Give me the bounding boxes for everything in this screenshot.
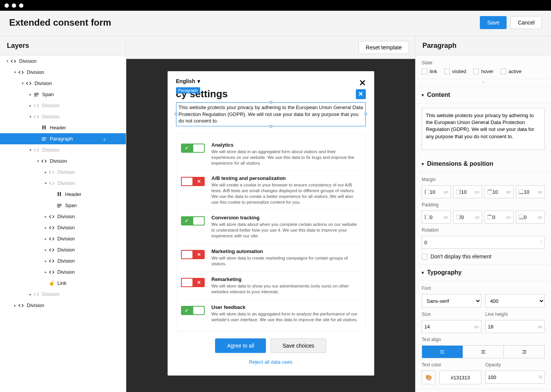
checkbox[interactable] bbox=[500, 69, 506, 74]
layer-row-division[interactable]: ▸Division bbox=[0, 222, 126, 233]
layer-row-division[interactable]: ▸Division bbox=[0, 167, 126, 178]
layer-row-division[interactable]: ▸Division bbox=[0, 233, 126, 244]
toggle-switch[interactable]: ✓ bbox=[181, 216, 205, 225]
traffic-light-minimize[interactable] bbox=[12, 3, 16, 8]
layer-row-division[interactable]: ▸Division bbox=[0, 300, 126, 311]
layer-row-division[interactable]: ▾Division bbox=[0, 111, 126, 122]
checkbox[interactable] bbox=[422, 69, 427, 74]
save-choices-button[interactable]: Save choices bbox=[271, 338, 326, 353]
traffic-light-close[interactable] bbox=[5, 3, 9, 8]
chevron-icon[interactable]: ▾ bbox=[12, 70, 18, 74]
toggle-switch[interactable]: ✓ bbox=[181, 144, 205, 153]
layer-row-division[interactable]: ▸Division bbox=[0, 255, 126, 266]
content-textarea[interactable]: This website protects your privacy by ad… bbox=[422, 108, 545, 150]
layer-row-header[interactable]: HHeader bbox=[0, 189, 126, 200]
resize-handle-left[interactable] bbox=[175, 113, 177, 115]
checkbox[interactable] bbox=[444, 69, 450, 74]
language-dropdown[interactable]: English ▾ bbox=[176, 78, 201, 84]
toggle-switch[interactable]: ✕ bbox=[181, 250, 205, 259]
toggle-switch[interactable]: ✕ bbox=[181, 278, 205, 287]
opacity-input[interactable] bbox=[488, 374, 538, 380]
state-link[interactable]: link bbox=[422, 69, 437, 74]
layer-row-span[interactable]: ▸Span bbox=[0, 89, 126, 100]
chevron-icon[interactable]: ▾ bbox=[28, 148, 33, 152]
layer-row-division[interactable]: ▾Division bbox=[0, 56, 126, 67]
collapse-states[interactable]: ⌃ bbox=[416, 79, 551, 87]
agree-all-button[interactable]: Agree to all bbox=[215, 338, 266, 353]
layer-row-division[interactable]: ▸Division bbox=[0, 289, 126, 300]
align-center-button[interactable] bbox=[463, 346, 504, 358]
text-color-input[interactable] bbox=[439, 371, 481, 384]
chevron-icon[interactable]: ▸ bbox=[43, 225, 48, 230]
toggle-switch[interactable]: ✓ bbox=[181, 306, 205, 315]
rotation-input[interactable] bbox=[424, 240, 541, 245]
chevron-icon[interactable]: ▸ bbox=[43, 214, 48, 219]
layer-row-division[interactable]: ▾Division bbox=[0, 155, 126, 167]
layer-row-link[interactable]: ☝Link bbox=[0, 278, 126, 289]
delete-element-button[interactable]: ✕ bbox=[356, 89, 366, 99]
layer-row-span[interactable]: Span bbox=[0, 200, 126, 211]
checkbox[interactable] bbox=[473, 69, 479, 74]
preview-canvas[interactable]: English ▾ ✕ Paragraph cy settings ✕ This… bbox=[168, 71, 374, 376]
selected-paragraph[interactable]: This website protects your privacy by ad… bbox=[176, 102, 366, 126]
state-hover[interactable]: hover bbox=[473, 69, 494, 74]
layer-row-header[interactable]: HHeader bbox=[0, 122, 126, 133]
layer-row-division[interactable]: ▸Division bbox=[0, 100, 126, 111]
margin-row-input[interactable] bbox=[524, 189, 538, 195]
dont-display-checkbox[interactable] bbox=[422, 254, 427, 260]
section-typography[interactable]: ▾ Typography bbox=[416, 265, 551, 281]
align-right-button[interactable] bbox=[504, 346, 544, 358]
cancel-button[interactable]: Cancel bbox=[510, 16, 542, 29]
chevron-icon[interactable]: ▸ bbox=[28, 92, 33, 96]
chevron-icon[interactable]: ▾ bbox=[20, 81, 25, 85]
color-picker-button[interactable]: 🎨 bbox=[422, 371, 435, 384]
margin-row-input[interactable] bbox=[492, 189, 506, 195]
chevron-icon[interactable]: ▸ bbox=[28, 292, 33, 296]
close-icon[interactable]: ✕ bbox=[359, 78, 366, 88]
chevron-icon[interactable]: ▸ bbox=[28, 103, 33, 108]
layers-tree[interactable]: ▾Division▾Division▾Division▸Span▸Divisio… bbox=[0, 56, 126, 392]
padding-row-input[interactable] bbox=[524, 214, 538, 220]
layer-row-division[interactable]: ▾Division bbox=[0, 78, 126, 89]
chevron-icon[interactable]: ▸ bbox=[43, 270, 48, 274]
font-family-select[interactable]: Sans-serif bbox=[422, 294, 481, 308]
chevron-icon[interactable]: ▾ bbox=[35, 159, 41, 163]
traffic-light-zoom[interactable] bbox=[19, 3, 23, 8]
margin-row-input[interactable] bbox=[461, 189, 475, 195]
reset-template-button[interactable]: Reset template bbox=[359, 41, 409, 54]
font-size-input[interactable] bbox=[424, 324, 474, 330]
canvas-heading[interactable]: Paragraph cy settings bbox=[176, 88, 228, 100]
state-visited[interactable]: visited bbox=[444, 69, 466, 74]
section-content[interactable]: ▾ Content bbox=[416, 87, 551, 103]
chevron-icon[interactable]: ▾ bbox=[28, 114, 33, 119]
layer-row-division[interactable]: ▸Division bbox=[0, 266, 126, 278]
layer-row-division[interactable]: ▸Division bbox=[0, 211, 126, 222]
line-height-input[interactable] bbox=[488, 324, 538, 330]
chevron-icon[interactable]: ▸ bbox=[43, 237, 48, 241]
section-dimensions[interactable]: ▾ Dimensions & position bbox=[416, 156, 551, 172]
save-button[interactable]: Save bbox=[480, 16, 507, 29]
reject-all-link[interactable]: Reject all data uses bbox=[176, 359, 366, 365]
align-left-button[interactable] bbox=[422, 346, 463, 358]
toggle-switch[interactable]: ✕ bbox=[181, 177, 205, 186]
padding-row-input[interactable] bbox=[492, 214, 506, 220]
layer-row-division[interactable]: ▾Division bbox=[0, 67, 126, 78]
resize-handle-top[interactable] bbox=[270, 101, 272, 103]
resize-handle-right[interactable] bbox=[365, 113, 367, 115]
chevron-icon[interactable]: ▾ bbox=[5, 59, 10, 63]
layer-row-paragraph[interactable]: Paragraph⬨ bbox=[0, 133, 126, 144]
padding-row-input[interactable] bbox=[461, 214, 475, 220]
chevron-icon[interactable]: ▸ bbox=[43, 259, 48, 263]
chevron-icon[interactable]: ▾ bbox=[43, 181, 48, 185]
layer-row-division[interactable]: ▸Division bbox=[0, 244, 126, 255]
margin-row-input[interactable] bbox=[430, 189, 443, 195]
state-active[interactable]: active bbox=[500, 69, 522, 74]
chevron-icon[interactable]: ▸ bbox=[43, 248, 48, 252]
font-weight-select[interactable]: 400 bbox=[485, 294, 545, 308]
padding-row-input[interactable] bbox=[430, 214, 443, 220]
chevron-icon[interactable]: ▸ bbox=[12, 303, 18, 307]
layer-row-division[interactable]: ▾Division bbox=[0, 144, 126, 155]
chevron-icon[interactable]: ▸ bbox=[43, 170, 48, 174]
resize-handle-bottom[interactable] bbox=[270, 125, 272, 127]
layer-row-division[interactable]: ▾Division bbox=[0, 178, 126, 189]
